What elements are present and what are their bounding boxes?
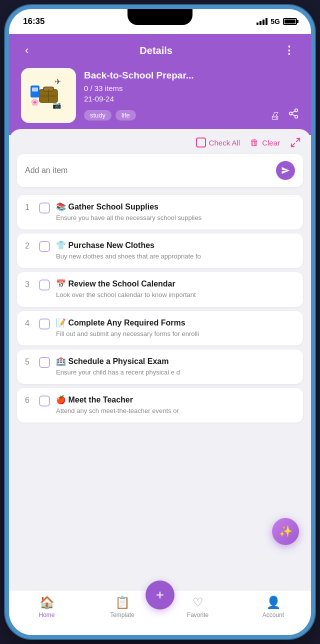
item-desc-5: Ensure your child has a recent physical …	[56, 368, 246, 377]
svg-rect-6	[32, 88, 38, 92]
item-number-5: 5	[25, 358, 33, 366]
item-text-5: 🏥 Schedule a Physical Exam Ensure your c…	[56, 356, 295, 377]
tags-row: study life 🖨	[84, 108, 299, 122]
account-label: Account	[262, 612, 284, 618]
item-checkbox-4[interactable]	[39, 318, 50, 330]
item-number-2: 2	[25, 242, 33, 250]
nav-add-button[interactable]: +	[146, 580, 174, 610]
check-all-button[interactable]: Check All	[196, 138, 240, 148]
svg-text:✈: ✈	[54, 78, 61, 86]
status-icons: 5G	[256, 18, 297, 26]
svg-line-15	[296, 138, 300, 142]
item-text-1: 📚 Gather School Supplies Ensure you have…	[56, 202, 295, 222]
item-number-6: 6	[25, 396, 33, 405]
check-all-icon	[196, 138, 206, 148]
template-icon: 📋	[115, 596, 130, 610]
check-all-label: Check All	[209, 138, 240, 147]
header-top: ‹ Details ⋮	[21, 42, 299, 59]
item-number-3: 3	[25, 280, 33, 289]
item-desc-6: Attend any sch meet-the-teacher events o…	[56, 406, 246, 416]
svg-line-14	[292, 111, 295, 113]
header-actions: 🖨	[270, 108, 299, 122]
item-desc-3: Look over the school calendar to know im…	[56, 290, 246, 300]
list-item: 6 🍎 Meet the Teacher Attend any sch meet…	[17, 388, 303, 422]
item-text-4: 📝 Complete Any Required Forms Fill out a…	[56, 318, 295, 338]
add-item-container	[17, 154, 303, 187]
tag-life[interactable]: life	[116, 110, 136, 120]
item-title-2: 👕 Purchase New Clothes	[56, 240, 295, 250]
home-icon: 🏠	[40, 596, 54, 610]
tag-study[interactable]: study	[84, 110, 112, 120]
item-title-6: 🍎 Meet the Teacher	[56, 395, 295, 404]
item-text-2: 👕 Purchase New Clothes Buy new clothes a…	[56, 240, 295, 261]
battery-fill	[284, 20, 296, 24]
list-item: 4 📝 Complete Any Required Forms Fill out…	[17, 311, 303, 346]
list-date: 21-09-24	[84, 94, 299, 103]
nav-account[interactable]: 👤 Account	[236, 596, 311, 618]
item-checkbox-6[interactable]	[39, 396, 50, 406]
list-item: 3 📅 Review the School Calendar Look over…	[17, 272, 303, 306]
signal-bar-3	[262, 20, 264, 25]
account-icon: 👤	[266, 596, 281, 610]
svg-text:📷: 📷	[52, 101, 62, 110]
item-checkbox-2[interactable]	[39, 241, 50, 252]
item-checkbox-3[interactable]	[39, 280, 50, 290]
toolbar: Check All 🗑 Clear	[9, 129, 311, 152]
status-bar: 16:35 5G	[9, 9, 311, 34]
main-content: Check All 🗑 Clear	[9, 129, 311, 590]
signal-bars	[256, 18, 268, 25]
item-checkbox-5[interactable]	[39, 357, 50, 368]
svg-line-16	[292, 144, 294, 146]
item-title-1: 📚 Gather School Supplies	[56, 202, 295, 212]
item-title-4: 📝 Complete Any Required Forms	[56, 318, 295, 328]
svg-text:🌸: 🌸	[30, 98, 40, 106]
favorite-icon: ♡	[192, 596, 204, 610]
svg-line-13	[292, 114, 295, 116]
signal-bar-4	[266, 18, 268, 25]
item-desc-2: Buy new clothes and shoes that are appro…	[56, 252, 246, 261]
battery	[283, 18, 297, 25]
item-title-3: 📅 Review the School Calendar	[56, 279, 295, 288]
template-label: Template	[110, 612, 134, 618]
print-button[interactable]: 🖨	[270, 110, 280, 122]
item-text-3: 📅 Review the School Calendar Look over t…	[56, 279, 295, 300]
nav-home[interactable]: 🏠 Home	[9, 596, 84, 618]
list-thumbnail: ✈ 🌸 📷	[21, 68, 76, 123]
clear-button[interactable]: 🗑 Clear	[250, 138, 280, 148]
network-type: 5G	[270, 18, 280, 26]
header-content: ✈ 🌸 📷 Back-to-School Prepar... 0 / 33 it…	[21, 68, 299, 123]
expand-button[interactable]	[290, 137, 301, 148]
clear-label: Clear	[262, 138, 280, 147]
list-info: Back-to-School Prepar... 0 / 33 items 21…	[84, 68, 299, 122]
trash-icon: 🗑	[250, 138, 259, 148]
list-item: 1 📚 Gather School Supplies Ensure you ha…	[17, 195, 303, 230]
favorite-label: Favorite	[187, 612, 208, 618]
item-desc-1: Ensure you have all the necessary school…	[56, 214, 246, 222]
signal-bar-2	[260, 21, 262, 25]
list-item: 5 🏥 Schedule a Physical Exam Ensure your…	[17, 350, 303, 384]
list-count: 0 / 33 items	[84, 84, 299, 92]
bottom-nav: 🏠 Home 📋 Template + ♡ Favorite 👤 Account	[9, 590, 311, 635]
item-title-5: 🏥 Schedule a Physical Exam	[56, 356, 295, 366]
back-button[interactable]: ‹	[21, 42, 32, 59]
item-desc-4: Fill out and submit any necessary forms …	[56, 330, 246, 338]
notch	[128, 9, 192, 25]
send-button[interactable]	[276, 161, 295, 180]
list-item: 2 👕 Purchase New Clothes Buy new clothes…	[17, 234, 303, 268]
item-text-6: 🍎 Meet the Teacher Attend any sch meet-t…	[56, 395, 295, 416]
status-time: 16:35	[23, 16, 44, 26]
fab-button[interactable]: ✨	[272, 518, 299, 545]
add-icon: +	[156, 588, 164, 602]
item-checkbox-1[interactable]	[39, 202, 50, 214]
page-title: Details	[140, 45, 172, 56]
list-name: Back-to-School Prepar...	[84, 70, 299, 81]
item-number: 1	[25, 203, 33, 212]
more-button[interactable]: ⋮	[280, 42, 299, 59]
add-item-input[interactable]	[25, 166, 271, 175]
list-items: 1 📚 Gather School Supplies Ensure you ha…	[9, 195, 311, 422]
home-label: Home	[38, 612, 54, 618]
share-button[interactable]	[288, 108, 299, 122]
fab-icon: ✨	[279, 525, 292, 538]
signal-bar-1	[256, 22, 258, 25]
item-number-4: 4	[25, 319, 33, 328]
